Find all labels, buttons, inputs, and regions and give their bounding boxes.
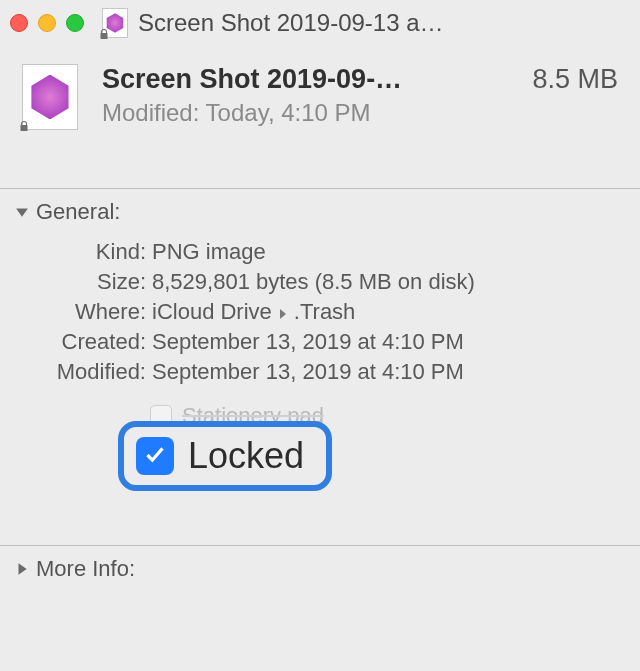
where-label: Where: xyxy=(22,299,152,325)
close-button[interactable] xyxy=(10,14,28,32)
size-value: 8,529,801 bytes (8.5 MB on disk) xyxy=(152,269,475,295)
general-body: Kind: PNG image Size: 8,529,801 bytes (8… xyxy=(0,233,640,545)
section-title: General: xyxy=(36,199,120,225)
chevron-right-icon xyxy=(278,299,288,325)
modified-label: Modified: xyxy=(22,359,152,385)
file-size: 8.5 MB xyxy=(532,64,618,95)
created-value: September 13, 2019 at 4:10 PM xyxy=(152,329,464,355)
zoom-button[interactable] xyxy=(66,14,84,32)
file-thumbnail xyxy=(22,64,78,130)
title-file-icon xyxy=(102,8,128,38)
traffic-lights xyxy=(10,14,84,32)
file-summary: Screen Shot 2019-09-… 8.5 MB Modified: T… xyxy=(0,46,640,188)
lock-icon xyxy=(18,119,30,133)
disclosure-right-icon xyxy=(14,561,30,577)
disclosure-down-icon xyxy=(14,204,30,220)
kind-value: PNG image xyxy=(152,239,266,265)
size-label: Size: xyxy=(22,269,152,295)
modified-value: September 13, 2019 at 4:10 PM xyxy=(152,359,464,385)
get-info-window: Screen Shot 2019-09-13 a… Screen Shot 20… xyxy=(0,0,640,671)
locked-label: Locked xyxy=(188,435,304,477)
minimize-button[interactable] xyxy=(38,14,56,32)
section-header-more-info[interactable]: More Info: xyxy=(0,546,640,594)
file-modified-summary: Modified: Today, 4:10 PM xyxy=(102,99,618,127)
locked-checkbox[interactable] xyxy=(136,437,174,475)
file-name: Screen Shot 2019-09-… xyxy=(102,64,402,95)
titlebar: Screen Shot 2019-09-13 a… xyxy=(0,0,640,46)
window-title: Screen Shot 2019-09-13 a… xyxy=(138,9,630,37)
where-value: iCloud Drive .Trash xyxy=(152,299,355,325)
where-path-segment: .Trash xyxy=(294,299,356,325)
locked-callout: Locked xyxy=(118,421,332,491)
where-path-segment: iCloud Drive xyxy=(152,299,272,325)
section-header-general[interactable]: General: xyxy=(0,189,640,233)
lock-icon xyxy=(98,27,110,41)
kind-label: Kind: xyxy=(22,239,152,265)
section-title: More Info: xyxy=(36,556,135,582)
check-icon xyxy=(142,443,168,469)
created-label: Created: xyxy=(22,329,152,355)
